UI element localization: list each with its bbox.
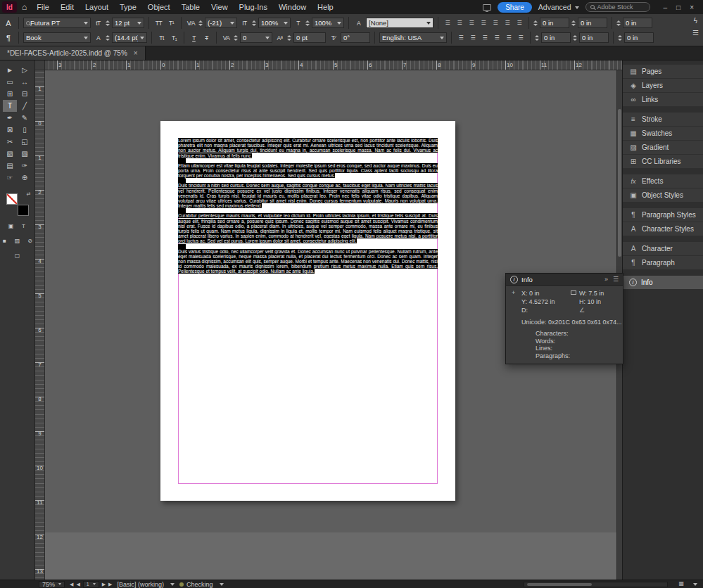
close-button[interactable]: ×: [690, 4, 694, 11]
text-frame[interactable]: Lorem ipsum dolor sit amet, consectetur …: [178, 138, 438, 274]
selected-paragraph[interactable]: Duis tincidunt a nibh sed cursus. Donec …: [178, 183, 438, 208]
indent-left-field[interactable]: 0 in: [540, 18, 569, 28]
horizontal-scale-field[interactable]: 100%: [312, 18, 344, 28]
dock-panel-pages[interactable]: ▤Pages: [623, 65, 703, 78]
menu-item-view[interactable]: View: [205, 3, 234, 11]
share-screen-icon[interactable]: [483, 4, 491, 11]
menu-item-table[interactable]: Table: [176, 3, 205, 11]
indent-right-stepper[interactable]: [535, 35, 539, 41]
character-formatting-toggle[interactable]: A: [3, 18, 14, 29]
dock-panel-paragraph-styles[interactable]: ¶Paragraph Styles: [623, 208, 703, 222]
font-size-stepper[interactable]: [106, 20, 110, 26]
align-center-button[interactable]: ☰: [455, 18, 464, 28]
eyedropper-tool[interactable]: ✑: [18, 160, 32, 172]
dock-panel-stroke[interactable]: ≡Stroke: [623, 113, 703, 126]
dock-panel-effects[interactable]: fxEffects: [623, 174, 703, 188]
rectangle-frame-tool[interactable]: ⊠: [3, 124, 17, 136]
apply-color-button[interactable]: ■: [0, 236, 10, 245]
vertical-ruler[interactable]: 1012345678910111213: [35, 70, 45, 580]
scrollbar-thumb[interactable]: [527, 583, 592, 586]
formatting-affects-container-button[interactable]: ▣: [6, 222, 16, 231]
panel-menu-icon[interactable]: ☰: [692, 29, 699, 37]
dock-panel-info[interactable]: iInfo: [623, 276, 703, 289]
subscript-button[interactable]: T₁: [169, 34, 179, 41]
collapse-panel-icon[interactable]: »: [604, 276, 608, 283]
pencil-tool[interactable]: ✎: [18, 112, 32, 124]
menu-item-file[interactable]: File: [31, 3, 55, 11]
workspace-switcher[interactable]: Advanced: [538, 3, 579, 11]
menu-item-layout[interactable]: Layout: [80, 3, 114, 11]
menu-item-help[interactable]: Help: [312, 3, 339, 11]
font-style-combo[interactable]: Book: [23, 32, 91, 43]
formatting-affects-text-button[interactable]: T: [19, 222, 29, 231]
screen-mode-button[interactable]: ▢: [13, 251, 23, 260]
selected-paragraph[interactable]: Lorem ipsum dolor sit amet, consectetur …: [178, 138, 438, 158]
last-page-button[interactable]: ▶: [108, 582, 112, 587]
strikethrough-button[interactable]: T: [201, 34, 212, 41]
indent-left-stepper[interactable]: [533, 20, 538, 26]
dock-panel-paragraph[interactable]: ¶Paragraph: [623, 256, 703, 269]
menu-item-edit[interactable]: Edit: [55, 3, 80, 11]
dock-panel-gradient[interactable]: ▨Gradient: [623, 141, 703, 154]
selected-paragraph[interactable]: Etiam ullamcorper est vitae ligula feugi…: [178, 163, 438, 179]
dock-panel-links[interactable]: ∞Links: [623, 93, 703, 106]
menu-item-object[interactable]: Object: [142, 3, 176, 11]
rectangle-tool[interactable]: ▯: [18, 124, 32, 136]
align-towards-spine-button[interactable]: ☰: [456, 33, 466, 43]
gradient-feather-tool[interactable]: ▨: [18, 148, 32, 160]
zoom-tool[interactable]: ⊕: [18, 172, 32, 184]
tracking-field[interactable]: 0: [240, 32, 272, 43]
space-after-stepper[interactable]: [618, 35, 622, 41]
justify-last-center-button[interactable]: ☰: [492, 33, 502, 43]
dock-panel-character[interactable]: ACharacter: [623, 242, 703, 255]
language-combo[interactable]: English: USA: [379, 32, 447, 43]
dock-panel-cc-libraries[interactable]: ⊞CC Libraries: [623, 155, 703, 168]
dock-panel-layers[interactable]: ◈Layers: [623, 79, 703, 92]
vertical-scale-stepper[interactable]: [252, 20, 256, 26]
horizontal-scale-stepper[interactable]: [305, 20, 310, 26]
info-panel-header[interactable]: i Info » ☰: [506, 274, 623, 286]
superscript-button[interactable]: T¹: [166, 20, 177, 27]
share-button[interactable]: Share: [498, 2, 532, 13]
justify-full-button[interactable]: ☰: [516, 33, 526, 43]
panel-options-icon[interactable]: ▦: [678, 580, 684, 588]
vertical-scale-field[interactable]: 100%: [258, 18, 291, 28]
type-tool[interactable]: T: [3, 100, 17, 112]
document-page[interactable]: Lorem ipsum dolor sit amet, consectetur …: [160, 121, 455, 501]
indent-right-field[interactable]: 0 in: [541, 32, 571, 43]
horizontal-ruler[interactable]: 3210123456789101112: [45, 60, 622, 70]
indent-first-line-stepper[interactable]: [571, 20, 576, 26]
align-away-from-spine-button[interactable]: ☰: [468, 33, 478, 43]
swap-fill-stroke-icon[interactable]: ⇄: [27, 191, 31, 197]
scissors-tool[interactable]: ✂: [3, 136, 17, 148]
page-number-combo[interactable]: 1: [83, 581, 99, 588]
selection-tool[interactable]: ►: [3, 64, 17, 76]
minimize-button[interactable]: –: [664, 4, 668, 11]
hand-tool[interactable]: ☞: [3, 172, 17, 184]
zoom-level-combo[interactable]: 75%: [39, 581, 65, 588]
justify-center-button[interactable]: ☰: [490, 18, 500, 28]
preflight-status-menu[interactable]: Checking: [179, 580, 224, 588]
indent-last-line-stepper[interactable]: [573, 35, 577, 41]
justify-left-button[interactable]: ☰: [479, 18, 488, 28]
justify-all-button[interactable]: ☰: [514, 18, 524, 28]
skew-field[interactable]: 0°: [341, 32, 370, 43]
home-icon[interactable]: ⌂: [22, 2, 27, 12]
ruler-origin-corner[interactable]: [35, 60, 45, 70]
apply-none-button[interactable]: ⊘: [25, 236, 35, 245]
selected-paragraph[interactable]: Duis varius tristique odio, nec ullamcor…: [178, 249, 438, 274]
direct-selection-tool[interactable]: ▷: [18, 64, 32, 76]
line-tool[interactable]: ╱: [18, 100, 32, 112]
apply-gradient-button[interactable]: ▨: [13, 236, 23, 245]
baseline-shift-field[interactable]: 0 pt: [293, 32, 326, 43]
indent-last-line-field[interactable]: 0 in: [579, 32, 609, 43]
adobe-stock-search[interactable]: Adobe Stock: [585, 2, 650, 12]
content-placer-tool[interactable]: ⊟: [18, 88, 32, 100]
selected-paragraph[interactable]: Curabitur pellentesque mauris mauris, et…: [178, 213, 438, 243]
justify-right-button[interactable]: ☰: [502, 18, 512, 28]
dock-panel-swatches[interactable]: ▦Swatches: [623, 127, 703, 140]
scrollbar-thumb[interactable]: [618, 109, 621, 257]
kerning-stepper[interactable]: [198, 20, 203, 26]
tab-close-icon[interactable]: ×: [134, 49, 138, 57]
previous-page-button[interactable]: ◀: [76, 582, 80, 587]
